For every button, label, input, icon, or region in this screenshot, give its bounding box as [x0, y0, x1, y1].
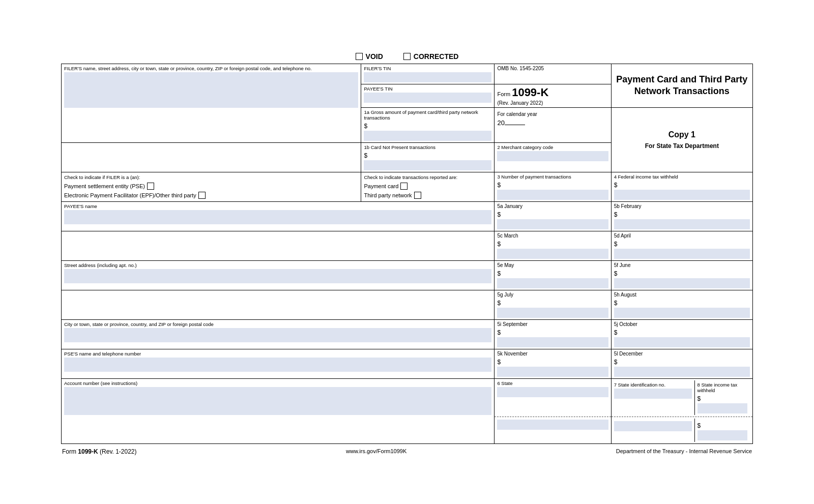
field-1b-label: 1b Card Not Present transactions	[364, 144, 491, 150]
field-5f-label: 5f June	[614, 262, 750, 268]
filer-name-continued	[62, 142, 361, 172]
field-8-label: 8 State income tax withheld	[697, 382, 747, 393]
field-3-label: 3 Number of payment transactions	[497, 174, 608, 180]
third-party-label: Third party network	[364, 192, 412, 198]
field-8-input2[interactable]	[697, 430, 747, 440]
payment-card-checkbox[interactable]	[400, 183, 408, 190]
field-2-cell: 2 Merchant category code	[495, 142, 611, 172]
payment-card-label: Payment card	[364, 183, 398, 189]
filer-tin-input[interactable]	[364, 72, 491, 82]
field-5a-label: 5a January	[497, 203, 608, 209]
footer-form-word: Form	[62, 448, 76, 455]
pse-check-group: Payment settlement entity (PSE)	[64, 183, 154, 190]
field-1a-input[interactable]	[364, 131, 491, 141]
field-6-label: 6 State	[497, 380, 608, 386]
field-1a-cell: 1a Gross amount of payment card/third pa…	[361, 107, 495, 142]
field-3-cell: 3 Number of payment transactions $	[495, 172, 611, 201]
epf-check-group: Electronic Payment Facilitator (EPF)/Oth…	[64, 192, 206, 199]
form-word: Form	[497, 91, 512, 97]
field-6-input-2[interactable]	[497, 420, 608, 430]
copy-panel: Copy 1 For State Tax Department	[611, 107, 752, 172]
field-5j-label: 5j October	[614, 321, 750, 327]
field-2-label: 2 Merchant category code	[497, 144, 608, 150]
field-5k-input[interactable]	[497, 367, 608, 377]
year-prefix: 20	[497, 119, 504, 127]
header-row: FILER'S name, street address, city or to…	[62, 64, 753, 84]
city-input[interactable]	[64, 328, 491, 342]
field-5c-cell: 5c March $	[495, 231, 611, 260]
third-party-checkbox[interactable]	[414, 192, 421, 199]
pse-label: Payment settlement entity (PSE)	[64, 183, 145, 189]
row-pse-5k-5l: PSE'S name and telephone number 5k Novem…	[62, 349, 753, 378]
field-3-input[interactable]	[497, 190, 608, 200]
payment-card-check-group: Payment card	[364, 183, 408, 190]
epf-checkbox[interactable]	[198, 192, 206, 199]
field-7-cell: 7 State identification no.	[612, 380, 694, 415]
payee-tin-input[interactable]	[364, 93, 491, 103]
field-5h-cell: 5h August $	[611, 290, 752, 319]
corrected-checkbox[interactable]	[403, 53, 411, 60]
field-5l-input[interactable]	[614, 367, 750, 377]
field-7-input-2[interactable]	[614, 421, 692, 431]
field-1a-label: 1a Gross amount of payment card/third pa…	[364, 109, 491, 121]
field-2-input[interactable]	[497, 151, 608, 161]
field-5h-label: 5h August	[614, 292, 750, 298]
filer-name-input[interactable]	[64, 72, 358, 108]
payee-tin-cell: PAYEE'S TIN	[361, 84, 495, 107]
field-5l-label: 5l December	[614, 351, 750, 357]
field-5i-input[interactable]	[497, 337, 608, 347]
year-blank[interactable]	[505, 125, 525, 125]
field-7-input[interactable]	[614, 389, 692, 399]
void-label: VOID	[366, 52, 383, 61]
field-5a-input[interactable]	[497, 219, 608, 229]
field-5j-input[interactable]	[614, 337, 750, 347]
field-1b-input[interactable]	[364, 160, 491, 170]
field-5b-cell: 5b February $	[611, 201, 752, 231]
form-title: Payment Card and Third Party Network Tra…	[615, 74, 749, 98]
row-5g-5h: 5g July $ 5h August $	[62, 290, 753, 319]
account-input[interactable]	[64, 387, 491, 415]
field-5e-input[interactable]	[497, 278, 608, 288]
pse-checkbox[interactable]	[147, 183, 154, 190]
street-address-label: Street address (including apt. no.)	[64, 262, 491, 268]
field-6-input[interactable]	[497, 387, 608, 397]
field-8-cell: 8 State income tax withheld $	[694, 380, 750, 415]
form-title-cell: Payment Card and Third Party Network Tra…	[611, 64, 752, 107]
field-5d-input[interactable]	[614, 249, 750, 259]
field-4-input[interactable]	[614, 190, 750, 200]
payee-tin-label: PAYEE'S TIN	[364, 86, 491, 92]
field-4-cell: 4 Federal income tax withheld $	[611, 172, 752, 201]
field-6-cell: 6 State	[495, 378, 611, 417]
field-8-input1[interactable]	[697, 403, 747, 413]
field-5k-cell: 5k November $	[495, 349, 611, 378]
copy1-label: Copy 1	[617, 130, 747, 139]
state-fields-table: 7 State identification no. 8 State incom…	[612, 380, 750, 415]
field-6-cell-2	[495, 417, 611, 443]
check-filer-label: Check to indicate if FILER is a (an):	[64, 174, 358, 180]
field-5i-label: 5i September	[497, 321, 608, 327]
field-5b-input[interactable]	[614, 219, 750, 229]
pse-input[interactable]	[64, 358, 491, 372]
filer-name-label: FILER'S name, street address, city or to…	[64, 66, 358, 71]
payee-name-input[interactable]	[64, 210, 491, 224]
field-5c-input[interactable]	[497, 249, 608, 259]
field-7-label: 7 State identification no.	[614, 382, 692, 388]
field-5f-input[interactable]	[614, 278, 750, 288]
void-checkbox[interactable]	[356, 53, 363, 60]
field-1a-dollar: $	[364, 121, 491, 130]
row-street-5e-5f: Street address (including apt. no.) 5e M…	[62, 260, 753, 290]
row-payee-5a-5b: PAYEE'S name 5a January $ 5b February $	[62, 201, 753, 231]
street-address-input[interactable]	[64, 269, 491, 283]
filer-name-cell: FILER'S name, street address, city or to…	[62, 64, 361, 142]
filer-tin-cell: FILER'S TIN	[361, 64, 495, 84]
cal-year-label: For calendar year	[497, 111, 608, 117]
field-5g-input[interactable]	[497, 308, 608, 318]
omb-cell: OMB No. 1545-2205	[495, 64, 611, 84]
filer-tin-label: FILER'S TIN	[364, 66, 491, 71]
footer-left: Form 1099-K (Rev. 1-2022)	[62, 448, 137, 455]
field-5h-input[interactable]	[614, 308, 750, 318]
field-5e-label: 5e May	[497, 262, 608, 268]
footer-form-number: 1099-K	[78, 448, 98, 455]
account-label: Account number (see instructions)	[64, 380, 491, 386]
footer-rev: (Rev. 1-2022)	[100, 448, 136, 455]
